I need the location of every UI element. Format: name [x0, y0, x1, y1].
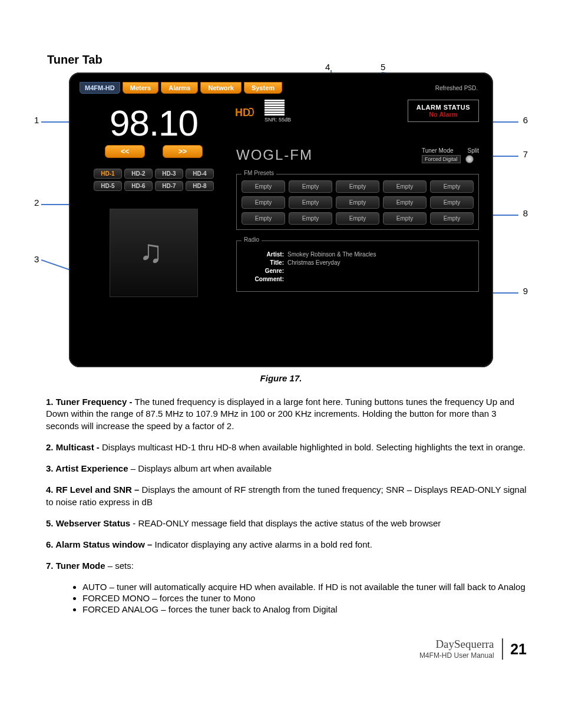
alarm-status-box: ALARM STATUS No Alarm	[408, 100, 479, 122]
description-item: 5. Webserver Status - READ-ONLY message …	[46, 518, 527, 529]
fm-presets-legend: FM Presets	[242, 170, 276, 176]
footer-brand: DaySequerra	[435, 638, 494, 650]
snr-value: SNR: 55dB	[265, 117, 291, 123]
hd-8-button[interactable]: HD-8	[186, 181, 214, 191]
comment-label: Comment:	[246, 276, 284, 282]
annotation-6: 6	[523, 115, 528, 125]
page-heading: Tuner Tab	[47, 53, 527, 67]
radio-info-fieldset: Radio Artist:Smokey Robinson & The Mirac…	[236, 241, 479, 292]
description-list: 1. Tuner Frequency - The tuned frequency…	[46, 396, 527, 572]
tune-down-button[interactable]: <<	[105, 145, 145, 158]
preset-slot-12[interactable]: Empty	[289, 212, 332, 225]
rf-snr-block: SNR: 55dB	[265, 100, 291, 123]
device-frame: M4FM-HD Meters Alarms Network System Ref…	[69, 73, 493, 367]
tuner-mode-option: AUTO – tuner will automatically acquire …	[82, 582, 527, 592]
annotation-8: 8	[523, 208, 528, 218]
annotation-5: 5	[381, 62, 385, 72]
annotation-1: 1	[34, 115, 39, 125]
page-footer: DaySequerra M4FM-HD User Manual 21	[35, 638, 527, 660]
preset-slot-7[interactable]: Empty	[289, 196, 332, 209]
annotation-4: 4	[325, 62, 330, 72]
hd-6-button[interactable]: HD-6	[124, 181, 153, 191]
tuner-mode-select[interactable]: Forced Digital	[422, 155, 461, 163]
preset-slot-5[interactable]: Empty	[430, 180, 474, 193]
station-callsign: WOGL-FM	[236, 147, 313, 163]
tuner-mode-option: FORCED MONO – forces the tuner to Mono	[82, 593, 527, 603]
hd-3-button[interactable]: HD-3	[155, 169, 183, 179]
tab-system[interactable]: System	[244, 82, 282, 94]
description-item: 4. RF Level and SNR – Displays the amoun…	[46, 484, 527, 508]
split-label: Split	[468, 147, 479, 154]
description-item: 7. Tuner Mode – sets:	[46, 560, 527, 572]
title-label: Title:	[246, 259, 284, 266]
preset-slot-13[interactable]: Empty	[336, 212, 379, 225]
webserver-status: Refreshed PSD.	[435, 85, 482, 91]
footer-subtitle: M4FM-HD User Manual	[419, 651, 494, 660]
rf-bars-icon	[265, 100, 285, 116]
preset-slot-11[interactable]: Empty	[242, 212, 285, 225]
tab-meters[interactable]: Meters	[123, 82, 158, 94]
preset-slot-3[interactable]: Empty	[336, 180, 379, 193]
tuner-mode-label: Tuner Mode	[422, 147, 454, 154]
annotation-7: 7	[523, 149, 528, 159]
hd-5-button[interactable]: HD-5	[94, 181, 122, 191]
description-item: 3. Artist Experience – Displays album ar…	[46, 463, 527, 475]
preset-slot-4[interactable]: Empty	[383, 180, 427, 193]
tuner-mode-option: FORCED ANALOG – forces the tuner back to…	[82, 604, 527, 614]
device-screen: M4FM-HD Meters Alarms Network System Ref…	[77, 81, 485, 359]
hd-multicast-grid: HD-1 HD-2 HD-3 HD-4 HD-5 HD-6 HD-7 HD-8	[83, 169, 224, 191]
annotation-3: 3	[34, 254, 39, 264]
tuner-mode-block: Tuner Mode Split Forced Digital	[422, 147, 479, 163]
description-item: 2. Multicast - Displays multicast HD-1 t…	[46, 442, 527, 453]
tune-up-button[interactable]: >>	[163, 145, 203, 158]
hd-7-button[interactable]: HD-7	[155, 181, 183, 191]
tuner-frequency: 98.10	[83, 102, 224, 144]
preset-slot-8[interactable]: Empty	[336, 196, 379, 209]
music-note-icon	[139, 235, 168, 271]
alarm-status-title: ALARM STATUS	[416, 104, 470, 111]
split-toggle[interactable]	[465, 155, 474, 163]
preset-slot-9[interactable]: Empty	[383, 196, 427, 209]
preset-slot-14[interactable]: Empty	[383, 212, 427, 225]
fm-presets-fieldset: FM Presets EmptyEmptyEmptyEmptyEmptyEmpt…	[236, 174, 479, 230]
annotation-9: 9	[523, 286, 528, 296]
preset-slot-1[interactable]: Empty	[242, 180, 285, 193]
album-art	[110, 209, 198, 297]
artist-value: Smokey Robinson & The Miracles	[287, 251, 376, 258]
tab-network[interactable]: Network	[200, 82, 241, 94]
alarm-status-message: No Alarm	[416, 111, 470, 118]
preset-slot-6[interactable]: Empty	[242, 196, 285, 209]
tab-alarms[interactable]: Alarms	[161, 82, 198, 94]
tuner-mode-sublist: AUTO – tuner will automatically acquire …	[82, 582, 527, 614]
preset-slot-15[interactable]: Empty	[430, 212, 474, 225]
annotation-2: 2	[34, 197, 39, 207]
description-item: 6. Alarm Status window – Indicator displ…	[46, 539, 527, 551]
hd-logo-icon: HD	[236, 106, 254, 117]
radio-legend: Radio	[242, 236, 262, 243]
title-value: Christmas Everyday	[287, 259, 340, 266]
hd-2-button[interactable]: HD-2	[124, 169, 153, 179]
hd-1-button[interactable]: HD-1	[94, 169, 122, 179]
figure-caption: Figure 17.	[37, 373, 525, 383]
description-item: 1. Tuner Frequency - The tuned frequency…	[46, 396, 527, 432]
brand-label: M4FM-HD	[80, 82, 120, 94]
tabs-row: M4FM-HD Meters Alarms Network System Ref…	[77, 81, 485, 95]
page-number: 21	[502, 638, 527, 660]
genre-label: Genre:	[246, 268, 284, 274]
artist-label: Artist:	[246, 251, 284, 258]
hd-4-button[interactable]: HD-4	[186, 169, 214, 179]
preset-slot-10[interactable]: Empty	[430, 196, 474, 209]
preset-slot-2[interactable]: Empty	[289, 180, 332, 193]
figure-wrap: 1 2 3 4 5 6 7 8 9 M4FM-HD Meters Alarms …	[37, 73, 525, 383]
